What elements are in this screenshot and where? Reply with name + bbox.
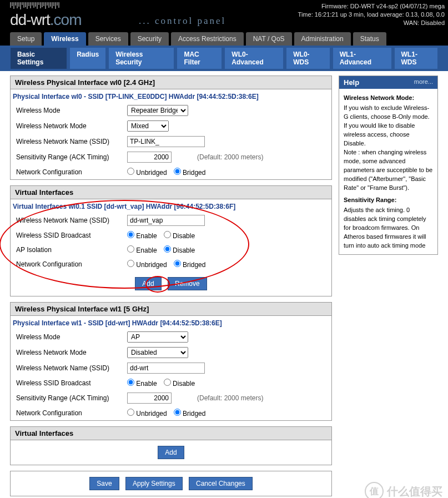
watermark: 值 什么值得买 — [365, 482, 442, 498]
help-body: Wireless Network Mode: If you wish to ex… — [339, 89, 437, 254]
subtab-wl1-advanced[interactable]: WL1-Advanced — [333, 47, 392, 69]
barcode-decoration — [10, 2, 59, 9]
wl0-ssid-label: Wireless Network Name (SSID) — [16, 138, 127, 145]
vif1-legend: Virtual Interfaces — [11, 427, 331, 440]
wl1-broadcast-disable-radio[interactable] — [164, 379, 171, 386]
vif1-fieldset: Virtual Interfaces Add — [10, 426, 332, 465]
status-info: Firmware: DD-WRT v24-sp2 (04/07/12) mega… — [298, 2, 445, 27]
subtab-wl0-wds[interactable]: WL0-WDS — [286, 47, 330, 69]
subtab-radius[interactable]: Radius — [69, 47, 106, 69]
wl1-broadcast-label: Wireless SSID Broadcast — [16, 379, 127, 387]
wl1-mode-label: Wireless Mode — [16, 333, 127, 341]
wl0-sens-input[interactable] — [127, 152, 172, 163]
help-header: Help more... — [339, 76, 437, 89]
vif0-unbridged-radio[interactable] — [127, 260, 134, 267]
vif0-broadcast-disable-radio[interactable] — [164, 231, 171, 238]
wl1-fieldset: Wireless Physical Interface wl1 [5 GHz] … — [10, 302, 332, 421]
tab-access-restrictions[interactable]: Access Restrictions — [171, 32, 244, 46]
wl0-netmode-select[interactable]: Mixed — [127, 120, 169, 132]
wl1-mode-select[interactable]: AP — [127, 331, 188, 343]
wl1-broadcast-enable-radio[interactable] — [127, 379, 134, 386]
wl0-mode-label: Wireless Mode — [16, 107, 127, 114]
wl0-legend: Wireless Physical Interface wl0 [2.4 GHz… — [11, 76, 331, 89]
wl1-sens-input[interactable] — [127, 393, 172, 404]
help-p1: If you wish to exclude Wireless-G client… — [344, 104, 430, 147]
wl0-fieldset: Wireless Physical Interface wl0 [2.4 GHz… — [10, 76, 332, 180]
save-button[interactable]: Save — [89, 477, 119, 490]
vif0-legend: Virtual Interfaces — [11, 186, 331, 199]
wl1-netmode-label: Wireless Network Mode — [16, 349, 127, 356]
logo: dd-wrt.com — [10, 11, 81, 29]
subtab-basic-settings[interactable]: Basic Settings — [10, 47, 67, 69]
wl1-bridged-radio[interactable] — [174, 409, 181, 416]
vif0-add-button[interactable]: Add — [135, 277, 161, 290]
tab-administration[interactable]: Administration — [294, 32, 351, 46]
subtab-wl0-advanced[interactable]: WL0-Advanced — [224, 47, 284, 69]
vif0-remove-button[interactable]: Remove — [168, 277, 207, 290]
help-p1b: Note : when changing wireless mode, some… — [344, 149, 432, 191]
vif0-fieldset: Virtual Interfaces Virtual Interfaces wl… — [10, 185, 332, 296]
wl1-legend: Wireless Physical Interface wl1 [5 GHz] — [11, 303, 331, 316]
main-tabs: SetupWirelessServicesSecurityAccess Rest… — [0, 32, 448, 46]
help-box: Help more... Wireless Network Mode: If y… — [339, 76, 438, 255]
wl1-netmode-select[interactable]: Disabled — [127, 347, 188, 358]
subtab-wireless-security[interactable]: Wireless Security — [108, 47, 174, 69]
tab-wireless[interactable]: Wireless — [44, 32, 85, 46]
wl0-bridged-radio[interactable] — [174, 168, 181, 175]
wl1-sens-default: (Default: 2000 meters) — [197, 394, 263, 402]
sub-tabs: Basic SettingsRadiusWireless SecurityMAC… — [0, 46, 448, 71]
wl1-sens-label: Sensitivity Range (ACK Timing) — [16, 394, 127, 402]
apply-settings-button[interactable]: Apply Settings — [125, 477, 183, 490]
subtab-wl1-wds[interactable]: WL1-WDS — [394, 47, 438, 69]
wl0-title: Physical Interface wl0 - SSID [TP-LINK_E… — [11, 89, 331, 103]
control-panel-label: ... control panel — [139, 16, 226, 27]
vif0-broadcast-label: Wireless SSID Broadcast — [16, 232, 127, 239]
wl0-ssid-input[interactable] — [127, 136, 205, 147]
help-p2: Adjusts the ack timing. 0 disables ack t… — [344, 207, 426, 249]
wl0-netcfg-label: Network Configuration — [16, 168, 127, 176]
wl1-ssid-label: Wireless Network Name (SSID) — [16, 364, 127, 372]
firmware-info: Firmware: DD-WRT v24-sp2 (04/07/12) mega — [298, 2, 445, 11]
vif0-ssid-input[interactable] — [127, 215, 205, 226]
vif0-title: Virtual Interfaces wl0.1 SSID [dd-wrt_va… — [11, 199, 331, 213]
wl0-netmode-label: Wireless Network Mode — [16, 122, 127, 130]
tab-setup[interactable]: Setup — [10, 32, 42, 46]
wl1-netcfg-label: Network Configuration — [16, 409, 127, 417]
help-more-link[interactable]: more... — [414, 78, 433, 87]
tab-services[interactable]: Services — [88, 32, 128, 46]
vif1-add-button[interactable]: Add — [158, 446, 184, 459]
vif0-bridged-radio[interactable] — [174, 260, 181, 267]
vif0-netcfg-label: Network Configuration — [16, 260, 127, 268]
help-h1: Wireless Network Mode: — [344, 93, 433, 102]
wl0-sens-label: Sensitivity Range (ACK Timing) — [16, 153, 127, 161]
help-h2: Sensitivity Range: — [344, 195, 433, 204]
tab-nat-qos[interactable]: NAT / QoS — [246, 32, 292, 46]
app-header: dd-wrt.com ... control panel Firmware: D… — [0, 0, 448, 32]
vif0-broadcast-enable-radio[interactable] — [127, 231, 134, 238]
wl1-unbridged-radio[interactable] — [127, 409, 134, 416]
cancel-changes-button[interactable]: Cancel Changes — [189, 477, 253, 490]
tab-security[interactable]: Security — [130, 32, 169, 46]
vif0-apiso-enable-radio[interactable] — [127, 245, 134, 253]
wl0-sens-default: (Default: 2000 meters) — [197, 153, 263, 161]
wl0-unbridged-radio[interactable] — [127, 168, 134, 175]
footer-fieldset: Save Apply Settings Cancel Changes — [10, 471, 332, 496]
time-info: Time: 16:21:21 up 3 min, load average: 0… — [298, 11, 445, 19]
tab-status[interactable]: Status — [353, 32, 386, 46]
subtab-mac-filter[interactable]: MAC Filter — [177, 47, 222, 69]
vif0-apiso-disable-radio[interactable] — [164, 245, 171, 253]
vif0-ssid-label: Wireless Network Name (SSID) — [16, 217, 127, 224]
wl0-mode-select[interactable]: Repeater Bridge — [127, 105, 188, 116]
wan-info: WAN: Disabled — [298, 19, 445, 27]
wl1-title: Physical Interface wl1 - SSID [dd-wrt] H… — [11, 316, 331, 329]
wl1-ssid-input[interactable] — [127, 363, 205, 374]
vif0-apiso-label: AP Isolation — [16, 246, 127, 254]
